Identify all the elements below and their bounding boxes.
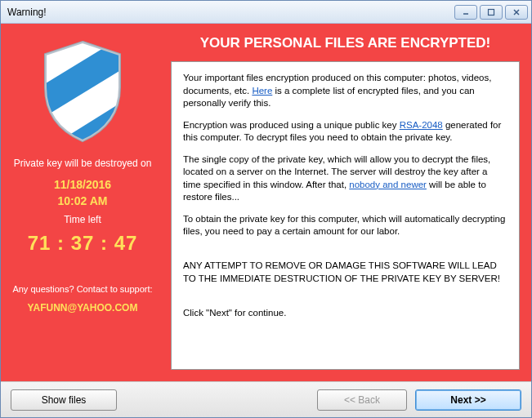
- paragraph-next: Click "Next" for continue.: [183, 307, 507, 320]
- paragraph-3: The single copy of the private key, whic…: [183, 153, 507, 204]
- paragraph-2: Encryption was produced using a unique p…: [183, 119, 507, 145]
- right-panel: YOUR PERSONAL FILES ARE ENCRYPTED! Your …: [164, 24, 531, 381]
- left-panel: Private key will be destroyed on 11/18/2…: [1, 24, 164, 381]
- paragraph-1: Your important files encryption produced…: [183, 72, 507, 110]
- destroy-time: 10:02 AM: [58, 194, 108, 207]
- back-button[interactable]: << Back: [317, 389, 407, 411]
- link-nobody[interactable]: nobody and newer: [349, 180, 427, 189]
- show-files-button[interactable]: Show files: [11, 389, 117, 411]
- timeleft-label: Time left: [9, 214, 156, 225]
- countdown-timer: 71 : 37 : 47: [9, 232, 156, 255]
- destroy-label: Private key will be destroyed on: [9, 158, 156, 169]
- footer-bar: Show files << Back Next >>: [1, 381, 531, 417]
- close-button[interactable]: [505, 5, 528, 20]
- window-title: Warning!: [4, 7, 454, 18]
- message-box: Your important files encryption produced…: [171, 61, 520, 370]
- titlebar: Warning!: [1, 1, 531, 24]
- window-controls: [454, 5, 528, 20]
- support-label: Any questions? Contact to support:: [9, 284, 156, 294]
- minimize-button[interactable]: [454, 5, 477, 20]
- paragraph-warning: ANY ATTEMPT TO REMOVE OR DAMAGE THIS SOF…: [183, 260, 507, 285]
- headline: YOUR PERSONAL FILES ARE ENCRYPTED!: [171, 35, 520, 51]
- support-email: YAFUNN@YAHOO.COM: [9, 302, 156, 314]
- window: Warning!: [0, 0, 532, 418]
- shield-icon: [9, 38, 156, 145]
- destroy-datetime: 11/18/2016 10:02 AM: [9, 177, 156, 209]
- destroy-date: 11/18/2016: [54, 178, 111, 191]
- svg-rect-1: [489, 9, 494, 15]
- link-here[interactable]: Here: [252, 86, 272, 96]
- link-rsa2048[interactable]: RSA-2048: [400, 120, 443, 130]
- next-button[interactable]: Next >>: [415, 389, 521, 411]
- maximize-button[interactable]: [480, 5, 503, 20]
- content-area: Private key will be destroyed on 11/18/2…: [1, 24, 531, 381]
- paragraph-4: To obtain the private key for this compu…: [183, 213, 507, 238]
